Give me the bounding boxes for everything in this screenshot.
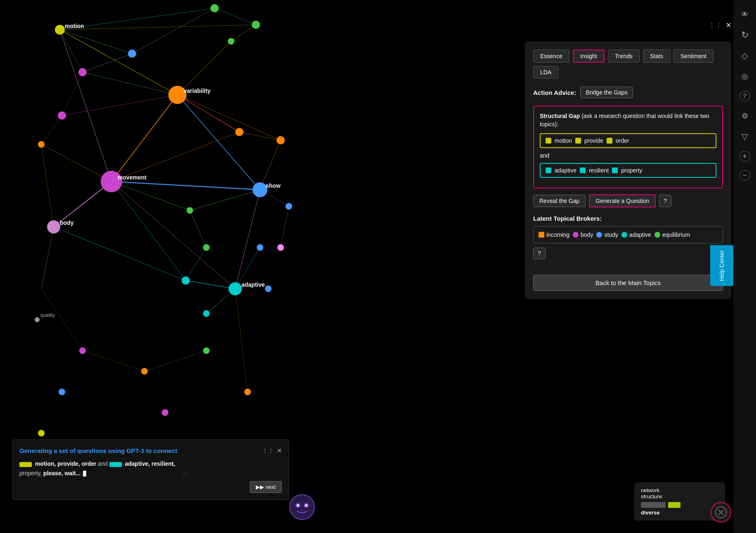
notif-header: Generating a set of questions using GPT-… — [19, 446, 282, 455]
tab-insight[interactable]: Insight — [573, 50, 605, 63]
refresh-icon[interactable]: ↻ — [739, 29, 751, 41]
gap-help-button[interactable]: ? — [659, 195, 671, 207]
svg-point-57 — [235, 128, 243, 136]
reveal-gap-button[interactable]: Reveal the Gap — [533, 195, 586, 207]
svg-text:motion: motion — [65, 23, 84, 29]
close-circle-button[interactable] — [711, 502, 731, 523]
svg-point-53 — [228, 38, 234, 45]
svg-text:adaptive: adaptive — [241, 281, 265, 288]
and-text: and — [540, 152, 716, 159]
broker-incoming-dot — [539, 232, 544, 238]
svg-point-49 — [35, 317, 40, 322]
svg-point-70 — [59, 389, 65, 395]
svg-point-71 — [162, 409, 168, 416]
topic1-word1: motion — [555, 137, 572, 144]
topic2-row: adaptive resilient property — [540, 163, 716, 178]
svg-point-64 — [286, 203, 292, 210]
broker-equilibrium: equilibrium — [654, 231, 690, 238]
topic1-dot1 — [546, 138, 551, 144]
notif-dots-icon[interactable]: ⋮⋮ — [262, 447, 274, 454]
svg-point-91 — [305, 504, 307, 507]
minus-icon[interactable]: − — [739, 170, 750, 181]
svg-point-62 — [203, 310, 210, 317]
broker-study: study — [596, 231, 618, 238]
help-circle-icon[interactable]: ? — [739, 91, 750, 101]
topic1-dot2 — [575, 138, 581, 144]
notif-controls: ⋮⋮ × — [262, 446, 282, 455]
topic2-dot2 — [580, 167, 586, 173]
network-type-label: diverse — [641, 509, 718, 516]
svg-text:movement: movement — [118, 174, 146, 181]
svg-text:body: body — [60, 219, 74, 226]
action-advice-button[interactable]: Bridge the Gaps — [580, 87, 633, 98]
plus-icon[interactable]: + — [739, 151, 750, 162]
svg-point-61 — [182, 276, 190, 285]
network-structure-label: network structure: — [641, 487, 718, 500]
broker-study-dot — [596, 232, 602, 238]
network-bar-green — [668, 502, 680, 508]
svg-point-51 — [210, 4, 219, 12]
structural-gap-strong: Structural Gap — [540, 113, 580, 119]
broker-study-label: study — [604, 231, 618, 238]
panel-close-button[interactable]: × — [726, 21, 731, 30]
tab-trends[interactable]: Trends — [608, 50, 640, 63]
brokers-box: incoming body study adaptive equilibrium — [533, 226, 723, 243]
topic2-dot1 — [546, 167, 551, 173]
right-sidebar: 👁 ↻ ◇ ◎ ? ⚙ ▽ + − — [733, 0, 756, 533]
broker-body-dot — [573, 232, 579, 238]
diamond-icon[interactable]: ◇ — [739, 50, 751, 62]
panel-dots-icon[interactable]: ⋮⋮ — [709, 21, 722, 29]
filter-icon[interactable]: ▽ — [739, 130, 751, 143]
svg-point-55 — [58, 111, 66, 120]
brokers-help-button[interactable]: ? — [533, 248, 546, 259]
svg-text:show: show — [266, 182, 281, 189]
topic1-row: motion provide order — [540, 133, 716, 148]
svg-point-47 — [47, 220, 60, 233]
notif-title-text: Generating a set of questions using GPT-… — [19, 447, 177, 454]
back-to-main-topics-button[interactable]: Back to the Main Topics — [533, 275, 723, 291]
network-bar-container — [641, 502, 718, 508]
svg-point-90 — [297, 504, 299, 507]
action-advice-label: Action Advice: — [533, 89, 576, 96]
svg-point-46 — [253, 182, 267, 197]
circle-settings-icon[interactable]: ◎ — [739, 70, 751, 83]
notif-tag1 — [19, 462, 32, 467]
notif-tag1-words: motion, provide, order — [35, 460, 97, 467]
tab-bar: Essence Insight Trends Stats Sentiment L… — [533, 50, 723, 78]
topic1-dot3 — [607, 138, 612, 144]
topic1-word3: order — [616, 137, 629, 144]
generate-question-button[interactable]: Generate a Question — [589, 194, 656, 208]
svg-point-66 — [265, 285, 272, 292]
broker-body: body — [573, 231, 593, 238]
svg-point-58 — [276, 136, 285, 144]
right-panel: ⋮⋮ × Essence Insight Trends Stats Sentim… — [525, 41, 731, 299]
notif-rest-text: property, please, wait... — [19, 470, 80, 476]
notif-and: and — [98, 460, 109, 467]
svg-point-54 — [78, 68, 87, 76]
topic2-dot3 — [612, 167, 618, 173]
broker-incoming-label: incoming — [546, 231, 569, 238]
tab-sentiment[interactable]: Sentiment — [673, 50, 713, 63]
tab-stats[interactable]: Stats — [643, 50, 670, 63]
notif-body: motion, provide, order and adaptive, res… — [19, 459, 282, 478]
svg-point-56 — [38, 141, 45, 148]
brokers-section: Latent Topical Brokers: incoming body st… — [533, 215, 723, 259]
svg-point-87 — [290, 495, 314, 519]
eye-icon[interactable]: 👁 — [739, 8, 751, 21]
network-bar-grey — [641, 502, 666, 508]
notif-close-button[interactable]: × — [277, 446, 282, 455]
help-center-button[interactable]: Help Center — [710, 245, 733, 286]
gap-actions: Reveal the Gap Generate a Question ? — [533, 194, 723, 208]
svg-point-60 — [203, 244, 210, 251]
tab-essence[interactable]: Essence — [533, 50, 569, 63]
ai-robot-icon[interactable] — [289, 494, 316, 521]
action-advice-row: Action Advice: Bridge the Gaps — [533, 87, 723, 98]
svg-point-75 — [38, 430, 45, 436]
gear-icon[interactable]: ⚙ — [739, 110, 751, 122]
tab-lda[interactable]: LDA — [533, 66, 558, 78]
svg-point-65 — [277, 244, 284, 251]
brokers-title: Latent Topical Brokers: — [533, 215, 723, 222]
svg-point-63 — [257, 244, 263, 251]
next-button[interactable]: ▶▶ next — [250, 481, 282, 493]
svg-text:variability: variability — [184, 87, 211, 94]
